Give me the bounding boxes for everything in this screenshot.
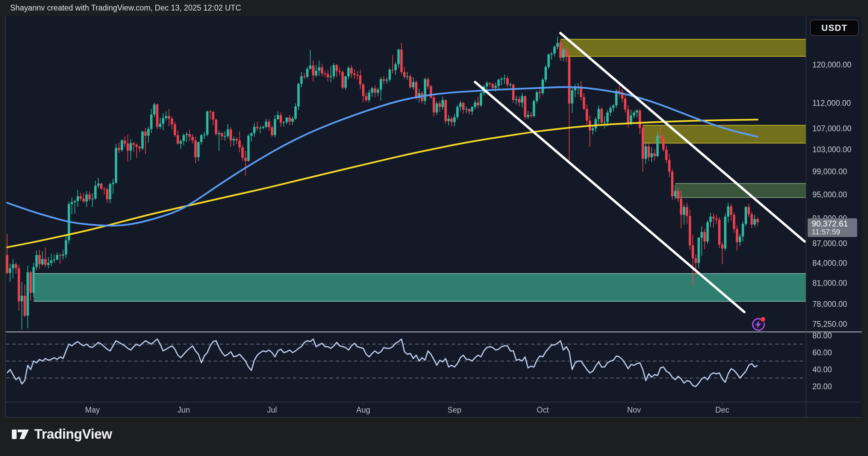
time-axis-month-label: Jun [177,405,190,415]
tradingview-logo-text: TradingView [34,427,112,442]
price-axis-label: 99,000.00 [812,167,847,176]
price-axis-label: 75,250.00 [812,319,847,329]
time-axis-month-label: Aug [356,405,370,415]
rsi-axis-label: 60.00 [812,348,832,357]
boost-icon[interactable] [750,315,768,333]
candle-countdown-timer: 11:57:59 [812,228,857,236]
time-axis-month-label: Oct [537,405,549,415]
price-axis-label: 84,000.00 [812,258,847,267]
price-axis-label: 103,000.00 [812,145,851,154]
time-axis-month-label: May [85,405,100,415]
price-axis-label: 81,000.00 [812,279,847,288]
rsi-axis-label: 20.00 [812,382,832,391]
rsi-axis-label: 80.00 [812,331,832,340]
price-axis-label: 78,000.00 [812,300,847,309]
price-axis-label: 112,000.00 [812,98,851,107]
attribution-text: Shayannv created with TradingView.com, D… [10,3,241,13]
tradingview-logo: TradingView [12,427,112,442]
time-axis-month-label: Nov [627,405,641,415]
notification-dot [761,317,765,322]
price-axis-label: 95,000.00 [812,190,847,199]
price-axis-label: 87,000.00 [812,239,847,248]
currency-button[interactable]: USDT [810,20,859,36]
last-price-badge: 90,372.61 11:57:59 [808,218,857,237]
price-chart-canvas[interactable] [0,0,868,456]
rsi-axis-label: 40.00 [812,365,832,374]
tradingview-logo-icon [12,427,29,442]
last-price-value: 90,372.61 [812,219,857,228]
time-axis-month-label: Sep [448,405,461,415]
price-axis-label: 120,000.00 [812,60,851,69]
price-axis-label: 107,000.00 [812,124,851,133]
time-axis-month-label: Dec [715,405,729,415]
time-axis-month-label: Jul [267,405,277,415]
lightning-bolt-icon [755,320,761,329]
